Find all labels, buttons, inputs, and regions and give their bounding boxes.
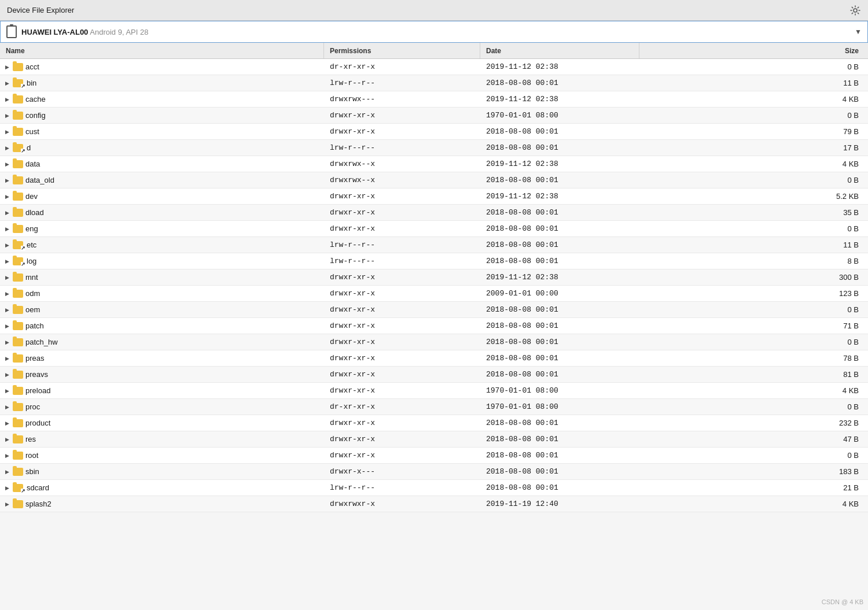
table-row[interactable]: ▶odmdrwxr-xr-x2009-01-01 00:00123 B: [0, 286, 868, 302]
cell-size: 4 KB: [639, 95, 868, 103]
cell-size: 232 B: [639, 419, 868, 427]
expand-arrow-icon[interactable]: ▶: [3, 64, 10, 71]
cell-name: ▶ ↗etc: [0, 241, 324, 250]
cell-date: 2009-01-01 00:00: [480, 289, 639, 298]
table-row[interactable]: ▶patch_hwdrwxr-xr-x2018-08-08 00:010 B: [0, 334, 868, 350]
folder-icon: [13, 338, 23, 346]
expand-arrow-icon[interactable]: ▶: [3, 96, 10, 103]
table-row[interactable]: ▶data_olddrwxrwx--x2018-08-08 00:010 B: [0, 172, 868, 188]
cell-size: 0 B: [639, 176, 868, 184]
expand-arrow-icon[interactable]: ▶: [3, 258, 10, 265]
expand-arrow-icon[interactable]: ▶: [3, 501, 10, 508]
file-name: cust: [25, 127, 39, 136]
expand-arrow-icon[interactable]: ▶: [3, 128, 10, 135]
table-row[interactable]: ▶ ↗dlrw-r--r--2018-08-08 00:0117 B: [0, 140, 868, 156]
cell-size: 47 B: [639, 435, 868, 443]
table-row[interactable]: ▶engdrwxr-xr-x2018-08-08 00:010 B: [0, 221, 868, 237]
table-row[interactable]: ▶ ↗loglrw-r--r--2018-08-08 00:018 B: [0, 253, 868, 269]
table-row[interactable]: ▶patchdrwxr-xr-x2018-08-08 00:0171 B: [0, 318, 868, 334]
table-row[interactable]: ▶cachedrwxrwx---2019-11-12 02:384 KB: [0, 91, 868, 108]
cell-name: ▶root: [0, 451, 324, 460]
table-row[interactable]: ▶rootdrwxr-xr-x2018-08-08 00:010 B: [0, 448, 868, 464]
header-date[interactable]: Date: [480, 43, 639, 58]
expand-arrow-icon[interactable]: ▶: [3, 80, 10, 87]
cell-name: ▶cache: [0, 95, 324, 103]
table-row[interactable]: ▶procdr-xr-xr-x1970-01-01 08:000 B: [0, 399, 868, 415]
phone-icon: [6, 25, 17, 38]
cell-name: ▶sbin: [0, 467, 324, 476]
cell-permissions: drwxrwxr-x: [324, 500, 480, 508]
file-name: dload: [25, 208, 44, 217]
expand-arrow-icon[interactable]: ▶: [3, 404, 10, 411]
table-row[interactable]: ▶acctdr-xr-xr-x2019-11-12 02:380 B: [0, 59, 868, 75]
expand-arrow-icon[interactable]: ▶: [3, 193, 10, 200]
expand-arrow-icon[interactable]: ▶: [3, 420, 10, 427]
table-row[interactable]: ▶productdrwxr-xr-x2018-08-08 00:01232 B: [0, 415, 868, 431]
expand-arrow-icon[interactable]: ▶: [3, 274, 10, 281]
table-row[interactable]: ▶mntdrwxr-xr-x2019-11-12 02:38300 B: [0, 269, 868, 286]
expand-arrow-icon[interactable]: ▶: [3, 112, 10, 119]
cell-permissions: drwxr-xr-x: [324, 338, 480, 346]
file-name: preas: [25, 354, 45, 363]
expand-arrow-icon[interactable]: ▶: [3, 387, 10, 394]
cell-name: ▶preload: [0, 386, 324, 395]
expand-arrow-icon[interactable]: ▶: [3, 306, 10, 313]
header-size[interactable]: Size: [639, 43, 868, 58]
expand-arrow-icon[interactable]: ▶: [3, 177, 10, 184]
table-row[interactable]: ▶sbindrwxr-x---2018-08-08 00:01183 B: [0, 464, 868, 480]
header-permissions[interactable]: Permissions: [324, 43, 480, 58]
folder-icon: [13, 112, 23, 120]
table-row[interactable]: ▶devdrwxr-xr-x2019-11-12 02:385.2 KB: [0, 188, 868, 205]
table-row[interactable]: ▶datadrwxrwx--x2019-11-12 02:384 KB: [0, 156, 868, 172]
file-table: ▶acctdr-xr-xr-x2019-11-12 02:380 B▶ ↗bin…: [0, 59, 868, 512]
cell-name: ▶cust: [0, 127, 324, 136]
folder-icon: [13, 209, 23, 217]
folder-icon: [13, 403, 23, 411]
expand-arrow-icon[interactable]: ▶: [3, 339, 10, 346]
expand-arrow-icon[interactable]: ▶: [3, 323, 10, 330]
table-row[interactable]: ▶ ↗etclrw-r--r--2018-08-08 00:0111 B: [0, 237, 868, 253]
table-row[interactable]: ▶oemdrwxr-xr-x2018-08-08 00:010 B: [0, 302, 868, 318]
table-row[interactable]: ▶resdrwxr-xr-x2018-08-08 00:0147 B: [0, 431, 868, 448]
table-row[interactable]: ▶configdrwxr-xr-x1970-01-01 08:000 B: [0, 108, 868, 124]
cell-date: 2018-08-08 00:01: [480, 224, 639, 233]
table-row[interactable]: ▶ ↗binlrw-r--r--2018-08-08 00:0111 B: [0, 75, 868, 91]
cell-permissions: drwxr-xr-x: [324, 111, 480, 120]
expand-arrow-icon[interactable]: ▶: [3, 242, 10, 249]
cell-size: 0 B: [639, 451, 868, 460]
expand-arrow-icon[interactable]: ▶: [3, 452, 10, 459]
cell-permissions: drwxr-xr-x: [324, 224, 480, 233]
expand-arrow-icon[interactable]: ▶: [3, 290, 10, 297]
folder-icon: [13, 306, 23, 314]
cell-permissions: drwxr-x---: [324, 467, 480, 476]
table-row[interactable]: ▶preasdrwxr-xr-x2018-08-08 00:0178 B: [0, 350, 868, 367]
expand-arrow-icon[interactable]: ▶: [3, 355, 10, 362]
cell-permissions: drwxr-xr-x: [324, 370, 480, 379]
cell-size: 78 B: [639, 354, 868, 363]
header-name[interactable]: Name: [0, 43, 324, 58]
expand-arrow-icon[interactable]: ▶: [3, 468, 10, 475]
table-row[interactable]: ▶custdrwxr-xr-x2018-08-08 00:0179 B: [0, 124, 868, 140]
table-row[interactable]: ▶splash2drwxrwxr-x2019-11-19 12:404 KB: [0, 496, 868, 512]
expand-arrow-icon[interactable]: ▶: [3, 225, 10, 232]
table-row[interactable]: ▶preavsdrwxr-xr-x2018-08-08 00:0181 B: [0, 367, 868, 383]
expand-arrow-icon[interactable]: ▶: [3, 145, 10, 151]
expand-arrow-icon[interactable]: ▶: [3, 209, 10, 216]
folder-icon: [13, 500, 23, 508]
folder-icon: [13, 176, 23, 184]
file-name: log: [27, 257, 36, 265]
expand-arrow-icon[interactable]: ▶: [3, 161, 10, 168]
table-row[interactable]: ▶ ↗sdcardlrw-r--r--2018-08-08 00:0121 B: [0, 480, 868, 496]
cell-permissions: lrw-r--r--: [324, 483, 480, 492]
cell-size: 123 B: [639, 289, 868, 298]
file-name: data_old: [25, 176, 54, 184]
table-row[interactable]: ▶dloaddrwxr-xr-x2018-08-08 00:0135 B: [0, 205, 868, 221]
expand-arrow-icon[interactable]: ▶: [3, 371, 10, 378]
table-row[interactable]: ▶preloaddrwxr-xr-x1970-01-01 08:004 KB: [0, 383, 868, 399]
file-name: sdcard: [27, 483, 49, 492]
expand-arrow-icon[interactable]: ▶: [3, 485, 10, 491]
expand-arrow-icon[interactable]: ▶: [3, 436, 10, 443]
device-selector[interactable]: HUAWEI LYA-AL00 Android 9, API 28 ▼: [0, 21, 868, 43]
gear-icon[interactable]: [849, 5, 861, 16]
file-name: config: [25, 111, 46, 120]
